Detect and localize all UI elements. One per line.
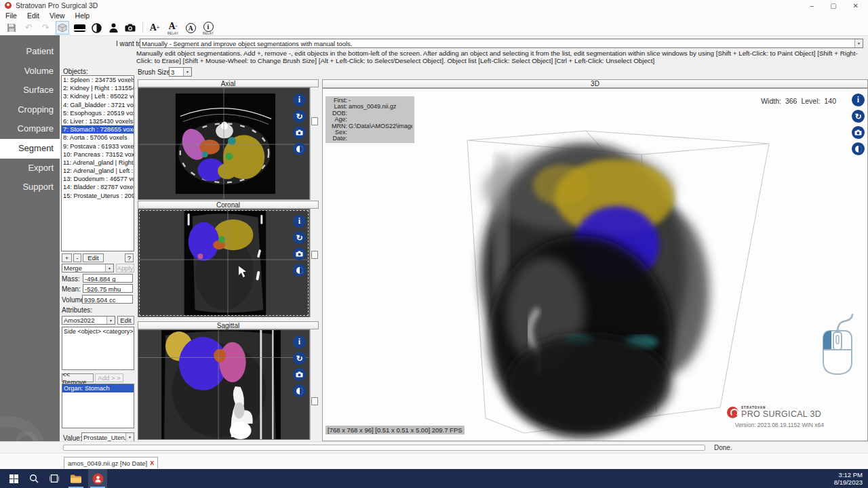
sidebar-item[interactable]: Support	[0, 178, 60, 197]
object-list-item[interactable]: 3: Kidney | Left : 85022 voxels	[62, 92, 134, 100]
i-want-to-combobox[interactable]: Manually - Segment and improve object se…	[140, 39, 863, 48]
chevron-down-icon[interactable]: ▼	[854, 39, 863, 47]
object-list-item[interactable]: 10: Pancreas : 73152 voxels	[62, 150, 134, 159]
sidebar-item[interactable]: Patient	[0, 42, 60, 62]
info-icon[interactable]: i	[293, 215, 306, 228]
coronal-slider-handle[interactable]	[311, 251, 318, 259]
save-button[interactable]	[5, 21, 18, 35]
screenshot-button[interactable]	[123, 21, 137, 35]
assigned-attributes-list[interactable]: Organ: Stomach	[62, 384, 134, 428]
sagittal-slider-handle[interactable]	[311, 397, 318, 405]
edit-object-button[interactable]: Edit	[83, 253, 104, 262]
object-list-item[interactable]: 7: Stomach : 728655 voxels	[62, 125, 134, 134]
object-list-item[interactable]: 15: Prostate_Uterus : 20957	[62, 192, 134, 200]
value-select[interactable]: Prostate_Uterus▼	[81, 432, 134, 442]
info-icon[interactable]: i	[293, 336, 306, 348]
assigned-attribute-item[interactable]: Organ: Stomach	[62, 384, 134, 392]
reset-view-icon[interactable]: ↻	[293, 231, 306, 244]
brush-size-select[interactable]: 3▼	[169, 67, 192, 77]
remove-object-button[interactable]: -	[73, 253, 81, 262]
close-button[interactable]: ✕	[853, 2, 859, 9]
sagittal-slice-scrollbar[interactable]	[310, 329, 319, 440]
redo-button[interactable]: ↷	[39, 21, 52, 35]
start-button[interactable]	[4, 469, 23, 488]
object-list-item[interactable]: 8: Aorta : 57006 voxels	[62, 134, 134, 142]
camera-icon[interactable]	[293, 368, 306, 381]
mean-field[interactable]: -526.75 mhu	[83, 284, 133, 293]
invert-contrast-icon[interactable]	[293, 384, 306, 397]
add-object-button[interactable]: +	[62, 253, 72, 262]
sidebar-item[interactable]: Export	[0, 159, 60, 178]
object-list-item[interactable]: 11: Adrenal_gland | Right : 2	[62, 159, 134, 167]
reset-view-icon[interactable]: ↻	[293, 110, 306, 123]
window-level-button[interactable]	[73, 21, 86, 35]
sidebar-item[interactable]: Surface	[0, 81, 60, 100]
file-explorer-button[interactable]	[66, 469, 85, 488]
show-3d-button[interactable]	[56, 21, 69, 35]
sagittal-viewport[interactable]: i ↻	[138, 329, 310, 440]
annotations-button[interactable]: A	[184, 21, 197, 35]
axial-panel-header[interactable]: Axial	[138, 79, 319, 87]
apply-button[interactable]: Apply	[116, 264, 134, 272]
menu-item[interactable]: File	[5, 12, 17, 20]
info-relay-button[interactable]: i RELAY	[201, 21, 216, 35]
attributes-edit-button[interactable]: Edit	[117, 316, 134, 325]
coronal-slice-scrollbar[interactable]	[310, 209, 319, 317]
object-list-item[interactable]: 14: Bladder : 82787 voxels	[62, 183, 134, 191]
3d-viewport[interactable]: First:-Last:amos_0049.nii.gzDOB:Age:MRN:…	[322, 88, 868, 441]
stratovan-app-button[interactable]	[88, 469, 107, 488]
contrast-button[interactable]	[90, 21, 103, 35]
volume-field[interactable]: 939.504 cc	[82, 295, 133, 304]
object-list-item[interactable]: 13: Duodenum : 46577 voxels	[62, 175, 134, 183]
help-button[interactable]: ?	[125, 253, 134, 262]
object-list-item[interactable]: 5: Esophogus : 20519 voxels	[62, 109, 134, 117]
file-tab-close-icon[interactable]: X	[150, 460, 154, 466]
camera-icon[interactable]	[293, 247, 306, 260]
axial-viewport[interactable]: i ↻	[138, 87, 310, 200]
undo-button[interactable]: ↶	[22, 21, 35, 35]
patient-info-button[interactable]	[106, 21, 120, 35]
mass-field[interactable]: -494.884 g	[83, 274, 133, 283]
camera-icon[interactable]	[852, 126, 865, 139]
object-list-item[interactable]: 12: Adrenal_gland | Left : 14	[62, 167, 134, 175]
coronal-panel-header[interactable]: Coronal	[138, 201, 319, 209]
menu-item[interactable]: View	[50, 12, 65, 20]
attributes-select[interactable]: Amos2022▼	[62, 316, 115, 325]
invert-contrast-icon[interactable]	[852, 142, 865, 155]
minimize-button[interactable]: –	[810, 2, 814, 9]
object-list-item[interactable]: 6: Liver : 1325430 voxels	[62, 117, 134, 125]
sidebar-item[interactable]: Cropping	[0, 100, 60, 120]
attribute-columns-list[interactable]: Side <object> <category>	[62, 327, 134, 370]
invert-contrast-icon[interactable]	[293, 142, 306, 155]
info-icon[interactable]: i	[293, 94, 306, 106]
maximize-button[interactable]: ▢	[830, 2, 836, 9]
sidebar-item[interactable]: Compare	[0, 119, 60, 139]
reset-view-icon[interactable]: ↻	[852, 110, 865, 123]
font-increase-button[interactable]: A+	[147, 21, 162, 35]
object-list-item[interactable]: 1: Spleen : 234735 voxels	[62, 76, 134, 84]
menu-item[interactable]: Edit	[27, 12, 39, 20]
3d-panel-header[interactable]: 3D	[322, 79, 868, 88]
menu-item[interactable]: Help	[75, 12, 90, 20]
add-attribute-button[interactable]: Add > >	[95, 373, 123, 382]
file-tab[interactable]: amos_0049.nii.gz [No Date] X	[64, 457, 158, 468]
search-button[interactable]	[24, 469, 43, 488]
info-icon[interactable]: i	[852, 94, 865, 106]
invert-contrast-icon[interactable]	[293, 264, 306, 277]
axial-slider-handle[interactable]	[311, 117, 318, 125]
sidebar-item[interactable]: Segment	[0, 139, 60, 159]
remove-attribute-button[interactable]: << Remove	[62, 373, 94, 382]
merge-mode-select[interactable]: Merge▼	[62, 264, 114, 272]
camera-icon[interactable]	[293, 126, 306, 139]
object-list-item[interactable]: 4: Gall_bladder : 3721 voxels	[62, 101, 134, 109]
axial-slice-scrollbar[interactable]	[310, 87, 319, 200]
object-list-item[interactable]: 9: Postcava : 61933 voxels	[62, 142, 134, 150]
coronal-viewport[interactable]: i ↻	[138, 209, 310, 317]
font-decrease-button[interactable]: A- RELAY	[165, 21, 180, 35]
object-list-item[interactable]: 2: Kidney | Right : 131554 voxels	[62, 84, 134, 92]
task-view-button[interactable]	[45, 469, 64, 488]
taskbar-clock[interactable]: 3:12 PM 8/19/2023	[834, 471, 863, 486]
sidebar-item[interactable]: Volume	[0, 62, 60, 81]
reset-view-icon[interactable]: ↻	[293, 352, 306, 365]
sagittal-panel-header[interactable]: Sagittal	[138, 321, 319, 329]
